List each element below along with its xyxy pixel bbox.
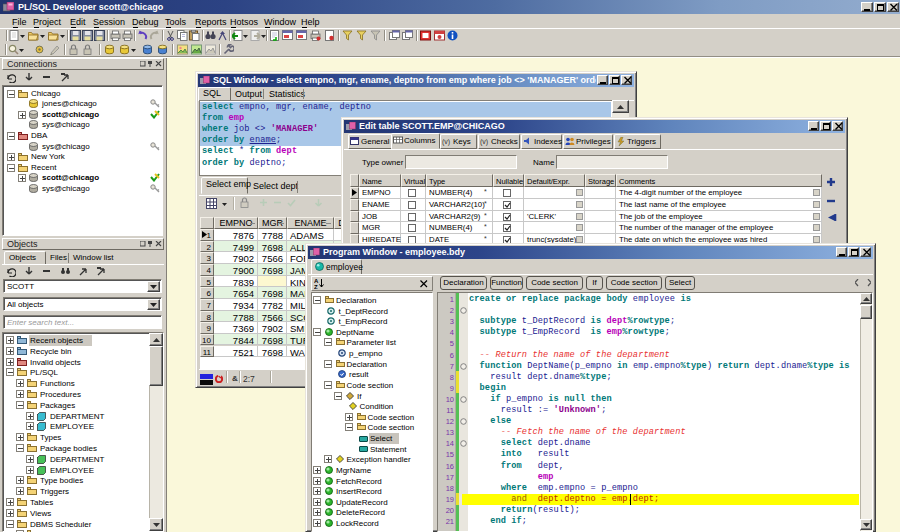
svg-text:Z: Z — [314, 284, 318, 289]
svg-text:(v): (v) — [480, 138, 488, 146]
svg-text:(v): (v) — [442, 138, 450, 146]
